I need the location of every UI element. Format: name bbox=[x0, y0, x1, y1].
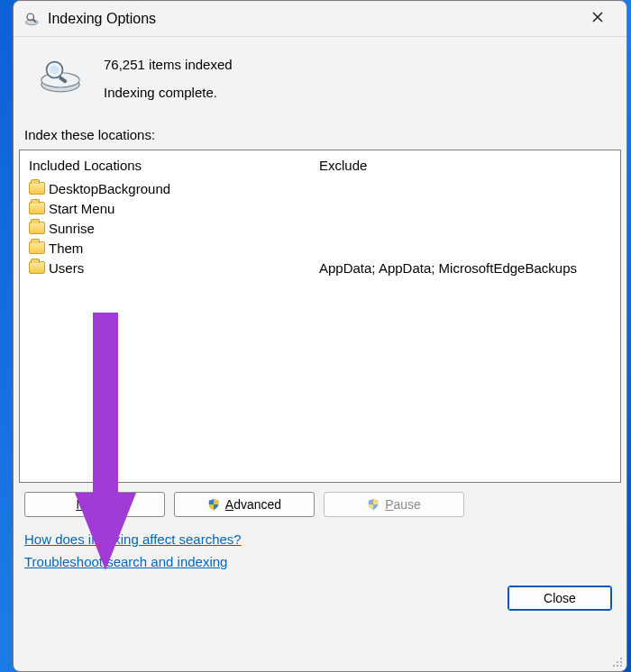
svg-point-9 bbox=[617, 661, 618, 663]
dialog-window: Indexing Options 76,251 items indexed In… bbox=[13, 0, 627, 672]
location-name: DesktopBackground bbox=[49, 181, 170, 196]
indexing-state: Indexing complete. bbox=[104, 85, 233, 100]
help-link-affect-searches[interactable]: How does indexing affect searches? bbox=[24, 531, 242, 547]
svg-point-6 bbox=[50, 66, 59, 75]
button-label: Advanced bbox=[225, 497, 281, 512]
list-item[interactable]: Users bbox=[29, 258, 301, 277]
shield-icon bbox=[367, 498, 380, 511]
status-area: 76,251 items indexed Indexing complete. bbox=[19, 37, 621, 127]
locations-label: Index these locations: bbox=[19, 127, 621, 150]
help-link-troubleshoot[interactable]: Troubleshoot search and indexing bbox=[24, 554, 227, 569]
folder-icon bbox=[29, 241, 45, 254]
close-button[interactable]: Close bbox=[508, 586, 612, 611]
dialog-title: Indexing Options bbox=[48, 11, 580, 27]
exclude-cell bbox=[319, 218, 611, 238]
items-indexed-count: 76,251 items indexed bbox=[104, 57, 233, 72]
included-header: Included Locations bbox=[29, 158, 301, 173]
pause-button: Pause bbox=[324, 492, 464, 517]
titlebar: Indexing Options bbox=[14, 1, 626, 37]
svg-point-1 bbox=[27, 14, 34, 21]
advanced-button[interactable]: Advanced bbox=[174, 492, 315, 517]
locations-list[interactable]: Included Locations DesktopBackground Sta… bbox=[19, 150, 621, 483]
modify-button[interactable]: Modify bbox=[24, 492, 165, 517]
list-item[interactable]: Sunrise bbox=[29, 218, 301, 238]
list-item[interactable]: Them bbox=[29, 238, 301, 258]
svg-point-11 bbox=[613, 665, 615, 667]
exclude-header: Exclude bbox=[319, 158, 611, 173]
included-column: Included Locations DesktopBackground Sta… bbox=[20, 150, 310, 482]
shield-icon bbox=[207, 498, 220, 511]
action-buttons: Modify Advanced bbox=[24, 492, 616, 517]
exclude-cell bbox=[319, 198, 611, 218]
magnifier-drive-icon bbox=[24, 11, 41, 27]
exclude-cell bbox=[319, 238, 611, 258]
location-name: Users bbox=[49, 260, 84, 276]
folder-icon bbox=[29, 182, 45, 195]
svg-point-12 bbox=[617, 665, 618, 667]
drive-search-icon bbox=[37, 57, 84, 95]
location-name: Them bbox=[49, 241, 83, 256]
dialog-footer: Close bbox=[19, 569, 621, 611]
titlebar-close-button[interactable] bbox=[580, 5, 616, 32]
button-label: Modify bbox=[76, 497, 113, 512]
exclude-cell: AppData; AppData; MicrosoftEdgeBackups bbox=[319, 258, 611, 277]
folder-icon bbox=[29, 202, 45, 214]
list-item[interactable]: DesktopBackground bbox=[29, 178, 301, 198]
help-links: How does indexing affect searches? Troub… bbox=[24, 531, 621, 569]
status-text: 76,251 items indexed Indexing complete. bbox=[104, 57, 233, 100]
svg-point-8 bbox=[620, 658, 622, 659]
svg-point-10 bbox=[620, 661, 622, 663]
folder-icon bbox=[29, 261, 45, 274]
location-name: Sunrise bbox=[49, 221, 95, 236]
exclude-column: Exclude AppData; AppData; MicrosoftEdgeB… bbox=[310, 150, 620, 482]
svg-point-13 bbox=[620, 665, 622, 667]
dialog-body: 76,251 items indexed Indexing complete. … bbox=[14, 37, 626, 671]
exclude-cell bbox=[319, 178, 611, 198]
list-item[interactable]: Start Menu bbox=[29, 198, 301, 218]
button-label: Pause bbox=[385, 497, 421, 512]
location-name: Start Menu bbox=[49, 201, 114, 216]
close-icon bbox=[590, 10, 605, 27]
folder-icon bbox=[29, 222, 45, 234]
resize-grip-icon[interactable] bbox=[610, 655, 623, 667]
